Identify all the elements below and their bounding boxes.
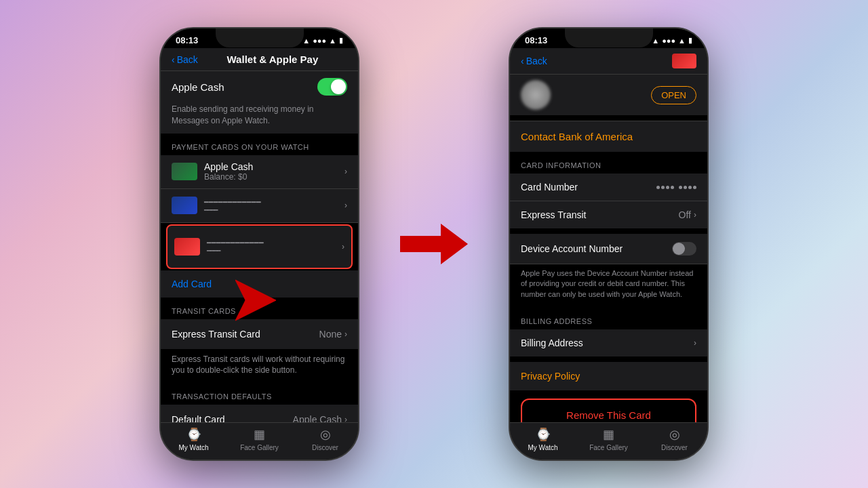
nav-title-left: Wallet & Apple Pay bbox=[198, 54, 347, 65]
nav-bar-left: ‹ Back Wallet & Apple Pay bbox=[161, 48, 358, 71]
express-transit-value-right: Off bbox=[679, 209, 691, 220]
add-card-label[interactable]: Add Card bbox=[172, 279, 212, 289]
face-gallery-icon-left: ▦ bbox=[254, 427, 265, 442]
billing-group: Billing Address › bbox=[510, 329, 707, 357]
card-info-red: ━━━━━━━━━━━━ ━━━━ bbox=[207, 239, 342, 254]
tab-face-gallery-left[interactable]: ▦ Face Gallery bbox=[226, 427, 292, 451]
tab-my-watch-right[interactable]: ⌚ My Watch bbox=[510, 427, 576, 451]
card-dots-blue: ━━━━━━━━━━━━ bbox=[204, 198, 342, 207]
tab-discover-label-left: Discover bbox=[312, 444, 338, 451]
remove-card-label[interactable]: Remove This Card bbox=[566, 409, 651, 421]
watch-icon-left: ⌚ bbox=[186, 427, 201, 442]
card-avatar bbox=[521, 80, 551, 110]
wifi-icon: ▲ bbox=[329, 37, 336, 45]
status-time-right: 08:13 bbox=[525, 35, 547, 45]
tab-my-watch-label-left: My Watch bbox=[178, 444, 208, 451]
card-dots-red: ━━━━━━━━━━━━ bbox=[207, 239, 339, 247]
card-dots-blue-2: ━━━━ bbox=[204, 207, 342, 214]
billing-address-label: Billing Address bbox=[521, 338, 694, 348]
svg-marker-1 bbox=[400, 224, 468, 264]
card-name-apple-cash: Apple Cash bbox=[204, 161, 344, 172]
watch-icon-right: ⌚ bbox=[536, 427, 551, 442]
device-account-toggle[interactable] bbox=[672, 242, 696, 256]
transit-desc: Express Transit cards will work without … bbox=[161, 350, 358, 384]
screen-content-right[interactable]: OPEN Contact Bank of America CARD INFORM… bbox=[510, 75, 707, 422]
cursor-arrow-svg bbox=[235, 273, 290, 327]
express-transit-row-right[interactable]: Express Transit Off › bbox=[510, 201, 707, 228]
express-transit-value: None bbox=[319, 329, 342, 340]
card-info-apple-cash: Apple Cash Balance: $0 bbox=[204, 161, 344, 182]
card-number-dots bbox=[656, 186, 696, 189]
back-button-left[interactable]: ‹ Back bbox=[172, 54, 198, 65]
card-info-group: Card Number Express Transit Off › bbox=[510, 174, 707, 228]
tab-my-watch-left[interactable]: ⌚ My Watch bbox=[161, 427, 226, 451]
card-thumb-red bbox=[174, 238, 200, 256]
privacy-policy-row[interactable]: Privacy Policy bbox=[510, 362, 707, 390]
toggle-thumb bbox=[331, 79, 346, 94]
chevron-right-icon-transit: › bbox=[344, 329, 347, 339]
privacy-policy-label[interactable]: Privacy Policy bbox=[521, 371, 580, 382]
billing-section-header: BILLING ADDRESS bbox=[510, 308, 707, 329]
device-account-thumb bbox=[673, 243, 685, 255]
face-gallery-icon-right: ▦ bbox=[603, 427, 614, 442]
arrow-container bbox=[400, 224, 468, 264]
tab-discover-label-right: Discover bbox=[661, 444, 688, 451]
default-card-row[interactable]: Default Card Apple Cash › bbox=[161, 405, 358, 422]
screen-content-left[interactable]: Apple Cash Enable sending and receiving … bbox=[161, 71, 358, 422]
tab-discover-right[interactable]: ◎ Discover bbox=[642, 427, 707, 451]
apple-cash-label: Apple Cash bbox=[172, 81, 224, 93]
tab-bar-right: ⌚ My Watch ▦ Face Gallery ◎ Discover bbox=[510, 422, 707, 460]
status-icons-left: ▲ ●●● ▲ ▮ bbox=[302, 36, 343, 45]
nav-bar-right: ‹ Back bbox=[510, 48, 707, 75]
chevron-right-default: › bbox=[344, 415, 347, 422]
device-account-row: Device Account Number bbox=[510, 234, 707, 264]
billing-address-row[interactable]: Billing Address › bbox=[510, 329, 707, 357]
signal-icon-right: ●●● bbox=[662, 37, 675, 45]
status-icons-right: ▲ ●●● ▲ ▮ bbox=[652, 36, 692, 45]
left-phone: 08:13 ▲ ●●● ▲ ▮ ‹ Back Wallet & Apple Pa… bbox=[159, 27, 359, 461]
card-number-row: Card Number bbox=[510, 174, 707, 201]
transaction-defaults-header: TRANSACTION DEFAULTS bbox=[161, 383, 358, 405]
back-button-right[interactable]: ‹ Back bbox=[521, 56, 547, 66]
remove-card-button[interactable]: Remove This Card bbox=[521, 399, 696, 422]
tab-discover-left[interactable]: ◎ Discover bbox=[292, 427, 358, 451]
chevron-right-icon-2: › bbox=[344, 201, 347, 210]
chevron-left-icon: ‹ bbox=[172, 54, 175, 65]
card-item-apple-cash[interactable]: Apple Cash Balance: $0 › bbox=[161, 155, 358, 189]
chevron-left-icon-right: ‹ bbox=[521, 56, 524, 66]
tab-face-gallery-right[interactable]: ▦ Face Gallery bbox=[576, 427, 642, 451]
card-info-blue: ━━━━━━━━━━━━ ━━━━ bbox=[204, 198, 344, 214]
open-button[interactable]: OPEN bbox=[651, 86, 696, 104]
card-info-section-header: CARD INFORMATION bbox=[510, 152, 707, 174]
discover-icon-right: ◎ bbox=[669, 427, 680, 442]
tab-face-gallery-label-right: Face Gallery bbox=[589, 444, 628, 451]
chevron-right-icon-3: › bbox=[342, 242, 344, 251]
status-bar-left: 08:13 ▲ ●●● ▲ ▮ bbox=[161, 28, 358, 48]
location-icon-right: ▲ bbox=[652, 37, 659, 45]
card-dots-red-2: ━━━━ bbox=[207, 247, 339, 254]
chevron-right-icon-1: › bbox=[344, 167, 347, 176]
tab-bar-left: ⌚ My Watch ▦ Face Gallery ◎ Discover bbox=[161, 422, 358, 460]
apple-cash-row[interactable]: Apple Cash bbox=[161, 71, 358, 102]
back-label-left[interactable]: Back bbox=[177, 54, 198, 65]
signal-icon: ●●● bbox=[313, 37, 326, 45]
back-label-right[interactable]: Back bbox=[526, 56, 547, 66]
card-header-area: OPEN bbox=[510, 75, 707, 115]
battery-icon: ▮ bbox=[339, 36, 343, 45]
device-account-label: Device Account Number bbox=[521, 243, 672, 254]
apple-cash-toggle[interactable] bbox=[317, 78, 347, 96]
card-item-red-selected[interactable]: ━━━━━━━━━━━━ ━━━━ › bbox=[166, 224, 353, 269]
express-transit-label-right: Express Transit bbox=[521, 209, 679, 220]
right-phone: 08:13 ▲ ●●● ▲ ▮ ‹ Back OPEN bbox=[509, 27, 709, 461]
contact-bank-row[interactable]: Contact Bank of America bbox=[510, 121, 707, 152]
card-icon-right bbox=[672, 54, 696, 68]
status-bar-right: 08:13 ▲ ●●● ▲ ▮ bbox=[510, 28, 707, 48]
location-icon: ▲ bbox=[302, 37, 310, 45]
default-card-label: Default Card bbox=[172, 414, 293, 422]
svg-marker-0 bbox=[235, 280, 276, 321]
card-number-label: Card Number bbox=[521, 182, 656, 192]
apple-cash-desc: Enable sending and receiving money in Me… bbox=[161, 102, 358, 134]
chevron-right-billing: › bbox=[694, 338, 696, 348]
card-item-blue[interactable]: ━━━━━━━━━━━━ ━━━━ › bbox=[161, 189, 358, 223]
express-transit-label: Express Transit Card bbox=[172, 329, 319, 340]
